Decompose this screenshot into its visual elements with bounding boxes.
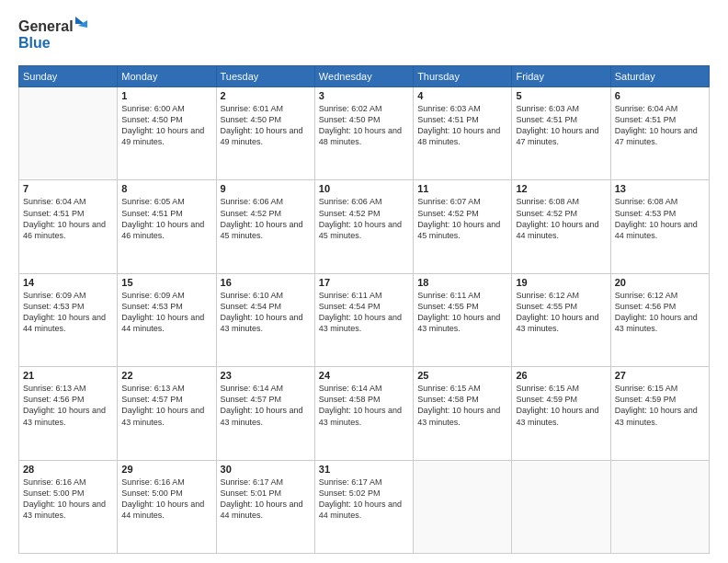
day-number: 22 xyxy=(121,370,211,381)
weekday-header-thursday: Thursday xyxy=(414,66,512,87)
day-number: 26 xyxy=(516,370,606,381)
day-number: 21 xyxy=(23,370,113,381)
day-number: 23 xyxy=(221,370,311,381)
day-number: 29 xyxy=(121,464,211,475)
calendar-cell: 24Sunrise: 6:14 AMSunset: 4:58 PMDayligh… xyxy=(314,367,413,460)
calendar-cell: 2Sunrise: 6:01 AMSunset: 4:50 PMDaylight… xyxy=(216,87,314,180)
day-info: Sunrise: 6:15 AMSunset: 4:58 PMDaylight:… xyxy=(417,383,507,428)
calendar-cell: 15Sunrise: 6:09 AMSunset: 4:53 PMDayligh… xyxy=(118,273,216,366)
svg-text:Blue: Blue xyxy=(18,35,51,51)
calendar-cell: 13Sunrise: 6:08 AMSunset: 4:53 PMDayligh… xyxy=(610,180,709,273)
calendar-cell: 16Sunrise: 6:10 AMSunset: 4:54 PMDayligh… xyxy=(216,273,314,366)
calendar-week-2: 7Sunrise: 6:04 AMSunset: 4:51 PMDaylight… xyxy=(19,180,710,273)
day-info: Sunrise: 6:07 AMSunset: 4:52 PMDaylight:… xyxy=(417,196,507,241)
calendar-week-4: 21Sunrise: 6:13 AMSunset: 4:56 PMDayligh… xyxy=(19,367,710,460)
day-number: 19 xyxy=(516,277,606,288)
day-number: 20 xyxy=(615,277,705,288)
day-info: Sunrise: 6:12 AMSunset: 4:55 PMDaylight:… xyxy=(516,290,606,335)
page: GeneralBlue SundayMondayTuesdayWednesday… xyxy=(0,0,728,563)
day-number: 9 xyxy=(221,183,311,194)
day-number: 13 xyxy=(615,183,705,194)
day-number: 5 xyxy=(516,90,606,101)
day-info: Sunrise: 6:03 AMSunset: 4:51 PMDaylight:… xyxy=(516,103,606,148)
weekday-header-sunday: Sunday xyxy=(19,66,118,87)
calendar-cell: 18Sunrise: 6:11 AMSunset: 4:55 PMDayligh… xyxy=(414,273,512,366)
day-number: 30 xyxy=(221,464,311,475)
day-info: Sunrise: 6:05 AMSunset: 4:51 PMDaylight:… xyxy=(121,196,211,241)
day-info: Sunrise: 6:17 AMSunset: 5:01 PMDaylight:… xyxy=(221,477,311,522)
day-info: Sunrise: 6:01 AMSunset: 4:50 PMDaylight:… xyxy=(221,103,311,148)
day-info: Sunrise: 6:06 AMSunset: 4:52 PMDaylight:… xyxy=(221,196,311,241)
day-number: 17 xyxy=(319,277,409,288)
day-info: Sunrise: 6:11 AMSunset: 4:55 PMDaylight:… xyxy=(417,290,507,335)
day-info: Sunrise: 6:10 AMSunset: 4:54 PMDaylight:… xyxy=(221,290,311,335)
calendar-cell: 26Sunrise: 6:15 AMSunset: 4:59 PMDayligh… xyxy=(512,367,610,460)
calendar-week-1: 1Sunrise: 6:00 AMSunset: 4:50 PMDaylight… xyxy=(19,87,710,180)
calendar-cell: 5Sunrise: 6:03 AMSunset: 4:51 PMDaylight… xyxy=(512,87,610,180)
day-number: 31 xyxy=(319,464,409,475)
day-info: Sunrise: 6:09 AMSunset: 4:53 PMDaylight:… xyxy=(121,290,211,335)
logo-icon: GeneralBlue xyxy=(18,15,92,56)
day-number: 12 xyxy=(516,183,606,194)
calendar-cell: 1Sunrise: 6:00 AMSunset: 4:50 PMDaylight… xyxy=(118,87,216,180)
day-info: Sunrise: 6:08 AMSunset: 4:53 PMDaylight:… xyxy=(615,196,705,241)
day-info: Sunrise: 6:15 AMSunset: 4:59 PMDaylight:… xyxy=(516,383,606,428)
day-number: 10 xyxy=(319,183,409,194)
weekday-header-saturday: Saturday xyxy=(610,66,709,87)
day-info: Sunrise: 6:14 AMSunset: 4:57 PMDaylight:… xyxy=(221,383,311,428)
day-number: 16 xyxy=(221,277,311,288)
day-info: Sunrise: 6:16 AMSunset: 5:00 PMDaylight:… xyxy=(121,477,211,522)
day-number: 4 xyxy=(417,90,507,101)
calendar-cell: 27Sunrise: 6:15 AMSunset: 4:59 PMDayligh… xyxy=(610,367,709,460)
day-info: Sunrise: 6:11 AMSunset: 4:54 PMDaylight:… xyxy=(319,290,409,335)
day-number: 27 xyxy=(615,370,705,381)
calendar-table: SundayMondayTuesdayWednesdayThursdayFrid… xyxy=(18,65,710,554)
calendar-cell xyxy=(610,460,709,553)
day-number: 7 xyxy=(23,183,113,194)
calendar-cell: 20Sunrise: 6:12 AMSunset: 4:56 PMDayligh… xyxy=(610,273,709,366)
calendar-cell: 29Sunrise: 6:16 AMSunset: 5:00 PMDayligh… xyxy=(118,460,216,553)
calendar-cell: 9Sunrise: 6:06 AMSunset: 4:52 PMDaylight… xyxy=(216,180,314,273)
calendar-cell: 4Sunrise: 6:03 AMSunset: 4:51 PMDaylight… xyxy=(414,87,512,180)
day-info: Sunrise: 6:17 AMSunset: 5:02 PMDaylight:… xyxy=(319,477,409,522)
day-info: Sunrise: 6:00 AMSunset: 4:50 PMDaylight:… xyxy=(121,103,211,148)
calendar-cell: 19Sunrise: 6:12 AMSunset: 4:55 PMDayligh… xyxy=(512,273,610,366)
header: GeneralBlue xyxy=(18,15,710,56)
day-number: 6 xyxy=(615,90,705,101)
day-info: Sunrise: 6:08 AMSunset: 4:52 PMDaylight:… xyxy=(516,196,606,241)
day-number: 1 xyxy=(121,90,211,101)
day-number: 18 xyxy=(417,277,507,288)
day-info: Sunrise: 6:13 AMSunset: 4:57 PMDaylight:… xyxy=(121,383,211,428)
day-info: Sunrise: 6:04 AMSunset: 4:51 PMDaylight:… xyxy=(23,196,113,241)
day-number: 2 xyxy=(221,90,311,101)
calendar-cell: 28Sunrise: 6:16 AMSunset: 5:00 PMDayligh… xyxy=(19,460,118,553)
logo: GeneralBlue xyxy=(18,15,92,56)
day-info: Sunrise: 6:09 AMSunset: 4:53 PMDaylight:… xyxy=(23,290,113,335)
calendar-cell: 8Sunrise: 6:05 AMSunset: 4:51 PMDaylight… xyxy=(118,180,216,273)
calendar-cell: 10Sunrise: 6:06 AMSunset: 4:52 PMDayligh… xyxy=(314,180,413,273)
day-info: Sunrise: 6:02 AMSunset: 4:50 PMDaylight:… xyxy=(319,103,409,148)
day-number: 15 xyxy=(121,277,211,288)
calendar-cell xyxy=(414,460,512,553)
weekday-header-wednesday: Wednesday xyxy=(314,66,413,87)
calendar-cell: 7Sunrise: 6:04 AMSunset: 4:51 PMDaylight… xyxy=(19,180,118,273)
weekday-header-tuesday: Tuesday xyxy=(216,66,314,87)
day-info: Sunrise: 6:03 AMSunset: 4:51 PMDaylight:… xyxy=(417,103,507,148)
day-number: 24 xyxy=(319,370,409,381)
calendar-cell: 12Sunrise: 6:08 AMSunset: 4:52 PMDayligh… xyxy=(512,180,610,273)
svg-text:General: General xyxy=(18,18,74,34)
day-info: Sunrise: 6:15 AMSunset: 4:59 PMDaylight:… xyxy=(615,383,705,428)
calendar-cell: 6Sunrise: 6:04 AMSunset: 4:51 PMDaylight… xyxy=(610,87,709,180)
day-info: Sunrise: 6:12 AMSunset: 4:56 PMDaylight:… xyxy=(615,290,705,335)
day-info: Sunrise: 6:06 AMSunset: 4:52 PMDaylight:… xyxy=(319,196,409,241)
day-info: Sunrise: 6:04 AMSunset: 4:51 PMDaylight:… xyxy=(615,103,705,148)
day-number: 28 xyxy=(23,464,113,475)
calendar-cell: 3Sunrise: 6:02 AMSunset: 4:50 PMDaylight… xyxy=(314,87,413,180)
calendar-header: SundayMondayTuesdayWednesdayThursdayFrid… xyxy=(19,66,710,87)
calendar-cell: 11Sunrise: 6:07 AMSunset: 4:52 PMDayligh… xyxy=(414,180,512,273)
calendar-week-5: 28Sunrise: 6:16 AMSunset: 5:00 PMDayligh… xyxy=(19,460,710,553)
calendar-cell: 14Sunrise: 6:09 AMSunset: 4:53 PMDayligh… xyxy=(19,273,118,366)
calendar-cell: 23Sunrise: 6:14 AMSunset: 4:57 PMDayligh… xyxy=(216,367,314,460)
weekday-header-friday: Friday xyxy=(512,66,610,87)
calendar-cell: 30Sunrise: 6:17 AMSunset: 5:01 PMDayligh… xyxy=(216,460,314,553)
